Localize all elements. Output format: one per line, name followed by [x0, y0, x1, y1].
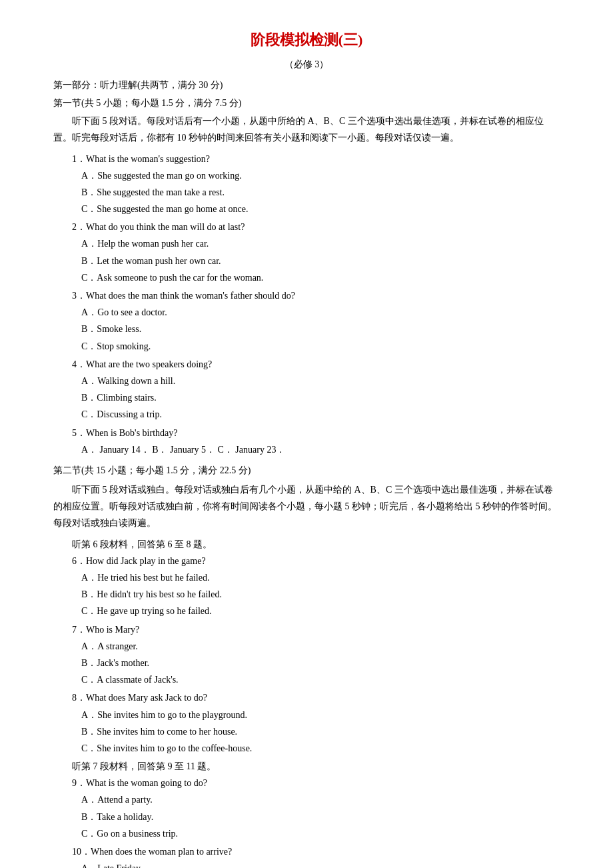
subtitle: （必修 3） [53, 56, 560, 73]
section1-instructions: 听下面 5 段对话。每段对话后有一个小题，从题中所给的 A、B、C 三个选项中选… [53, 113, 560, 146]
question-9: 9．What is the woman going to do? A．Atten… [53, 775, 560, 842]
listen-note-6: 听第 6 段材料，回答第 6 至 8 题。 [72, 536, 560, 553]
section1-header: 第一节(共 5 小题；每小题 1.5 分，满分 7.5 分) [53, 95, 560, 111]
question-7: 7．Who is Mary? A．A stranger. B．Jack's mo… [53, 621, 560, 689]
listen-note-7: 听第 7 段材料，回答第 9 至 11 题。 [72, 758, 560, 775]
question-6: 6．How did Jack play in the game? A．He tr… [53, 553, 560, 620]
section2-instructions: 听下面 5 段对话或独白。每段对话或独白后有几个小题，从题中给的 A、B、C 三… [53, 481, 560, 532]
question-5: 5．When is Bob's birthday? A． January 14．… [53, 425, 560, 458]
question-1: 1．What is the woman's suggestion? A．She … [53, 151, 560, 218]
part1-header: 第一部分：听力理解(共两节，满分 30 分) [53, 77, 560, 93]
question-8: 8．What does Mary ask Jack to do? A．She i… [53, 689, 560, 757]
question-10: 10．When does the woman plan to arrive? A… [53, 843, 560, 868]
page-title: 阶段模拟检测(三) [53, 27, 560, 53]
question-4: 4．What are the two speakers doing? A．Wal… [53, 356, 560, 423]
section2-header: 第二节(共 15 小题；每小题 1.5 分，满分 22.5 分) [53, 462, 560, 479]
question-3: 3．What does the man think the woman's fa… [53, 287, 560, 355]
question-2: 2．What do you think the man will do at l… [53, 219, 560, 286]
